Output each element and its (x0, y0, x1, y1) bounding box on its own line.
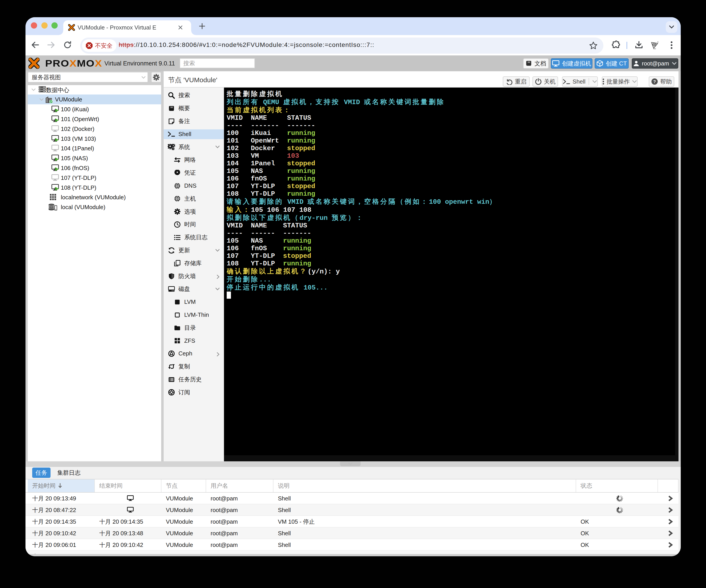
svg-text:?: ? (653, 79, 656, 84)
